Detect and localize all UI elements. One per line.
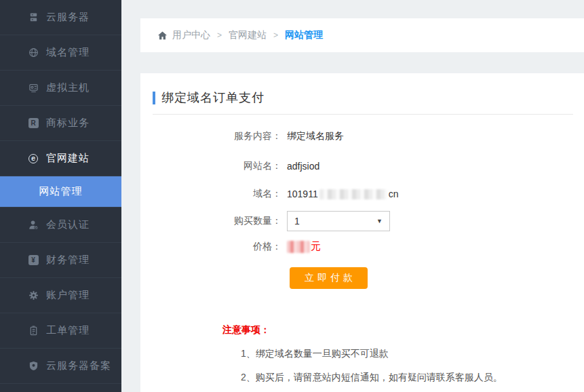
- price-redacted-blur: [287, 241, 310, 253]
- sitename-value: adfjsiod: [287, 161, 319, 172]
- sidebar-item-trademark[interactable]: R 商标业务: [0, 106, 121, 141]
- main-area: 用户中心 > 官网建站 > 网站管理 绑定域名订单支付 服务内容： 绑定域名服务…: [121, 0, 584, 392]
- domain-row: 域名： 101911 cn: [153, 188, 573, 200]
- sidebar-item-work-order[interactable]: 工单管理: [0, 313, 121, 349]
- quantity-row: 购买数量： 1 ▼: [153, 211, 573, 231]
- sidebar-item-account[interactable]: 账户管理: [0, 278, 121, 313]
- quantity-value: 1: [294, 216, 300, 227]
- pay-now-button[interactable]: 立即付款: [290, 267, 368, 289]
- sidebar-item-label: 云服务器备案: [46, 359, 111, 372]
- domain-suffix: cn: [389, 189, 399, 199]
- globe-icon: [28, 47, 39, 58]
- price-row: 价格： 元: [153, 240, 573, 253]
- breadcrumb-website-mgmt[interactable]: 网站管理: [285, 29, 323, 41]
- breadcrumb-separator: >: [273, 31, 278, 40]
- layout-gap: [140, 52, 584, 73]
- host-icon: [28, 83, 39, 94]
- note-item: 1、绑定域名数量一旦购买不可退款: [241, 348, 573, 360]
- finance-icon: ¥: [28, 255, 39, 266]
- sidebar-item-member-auth[interactable]: 会员认证: [0, 208, 121, 243]
- sitename-row: 网站名： adfjsiod: [153, 160, 573, 172]
- sidebar-item-label: 官网建站: [46, 152, 90, 165]
- server-icon: [28, 12, 39, 23]
- sidebar-item-virtual-host[interactable]: 虚拟主机: [0, 71, 121, 106]
- sidebar-item-label: 账户管理: [46, 289, 90, 302]
- pay-button-row: 立即付款: [153, 267, 573, 289]
- sidebar-item-domain-mgmt[interactable]: 域名管理: [0, 35, 121, 71]
- sidebar-subitem-label: 网站管理: [39, 185, 83, 198]
- sidebar-item-label: 工单管理: [46, 324, 90, 337]
- sidebar-item-label: 财务管理: [46, 254, 90, 267]
- content-card: 绑定域名订单支付 服务内容： 绑定域名服务 网站名： adfjsiod 域名： …: [140, 73, 584, 392]
- service-label: 服务内容：: [153, 130, 281, 142]
- ticket-icon: [28, 326, 39, 336]
- home-icon: [157, 31, 168, 41]
- sidebar-item-cloud-server[interactable]: 云服务器: [0, 0, 121, 35]
- domain-value: 101911 cn: [287, 189, 398, 199]
- gear-icon: [28, 290, 39, 301]
- notes-title: 注意事项：: [222, 324, 573, 336]
- trademark-icon: R: [28, 118, 39, 129]
- domain-prefix: 101911: [287, 189, 318, 199]
- sidebar-item-label: 云服务器: [46, 11, 90, 24]
- breadcrumb: 用户中心 > 官网建站 > 网站管理: [140, 18, 584, 52]
- sidebar-item-finance[interactable]: ¥ 财务管理: [0, 243, 121, 278]
- service-value: 绑定域名服务: [287, 130, 344, 142]
- sidebar: 云服务器 域名管理 虚拟主机: [0, 0, 121, 392]
- sidebar-item-label: 会员认证: [46, 218, 90, 231]
- service-row: 服务内容： 绑定域名服务: [153, 130, 573, 142]
- caret-down-icon: ▼: [376, 218, 383, 224]
- app-window: 云服务器 域名管理 虚拟主机: [0, 0, 584, 392]
- title-accent-bar: [153, 92, 155, 104]
- sidebar-item-label: 虚拟主机: [46, 81, 90, 94]
- top-strip: [140, 0, 584, 18]
- price-unit: 元: [311, 240, 321, 253]
- page-title: 绑定域名订单支付: [161, 90, 265, 106]
- sidebar-item-website-build[interactable]: e 官网建站: [0, 141, 121, 176]
- quantity-label: 购买数量：: [153, 215, 281, 227]
- sidebar-item-label: 域名管理: [46, 46, 90, 59]
- note-item: 2、购买后，请留意站内短信通知，如有疑问请联系客服人员。: [241, 372, 573, 384]
- order-form: 服务内容： 绑定域名服务 网站名： adfjsiod 域名： 101911 cn: [153, 130, 573, 289]
- sidebar-subitem-website-mgmt[interactable]: 网站管理: [0, 176, 121, 208]
- breadcrumb-separator: >: [217, 31, 222, 40]
- website-icon: e: [28, 153, 39, 164]
- breadcrumb-user-center[interactable]: 用户中心: [172, 29, 210, 41]
- sidebar-item-server-filing[interactable]: 云服务器备案: [0, 349, 121, 384]
- shield-icon: [28, 361, 39, 372]
- sitename-label: 网站名：: [153, 160, 281, 172]
- domain-label: 域名：: [153, 188, 281, 200]
- price-label: 价格：: [153, 241, 281, 253]
- breadcrumb-website-build[interactable]: 官网建站: [229, 29, 267, 41]
- notes-section: 注意事项： 1、绑定域名数量一旦购买不可退款 2、购买后，请留意站内短信通知，如…: [153, 324, 573, 384]
- sidebar-item-label: 商标业务: [46, 117, 90, 130]
- title-divider: [153, 114, 573, 115]
- page-title-row: 绑定域名订单支付: [153, 90, 573, 106]
- member-icon: [28, 220, 39, 231]
- domain-redacted-blur: [319, 189, 387, 199]
- quantity-select[interactable]: 1 ▼: [287, 211, 390, 231]
